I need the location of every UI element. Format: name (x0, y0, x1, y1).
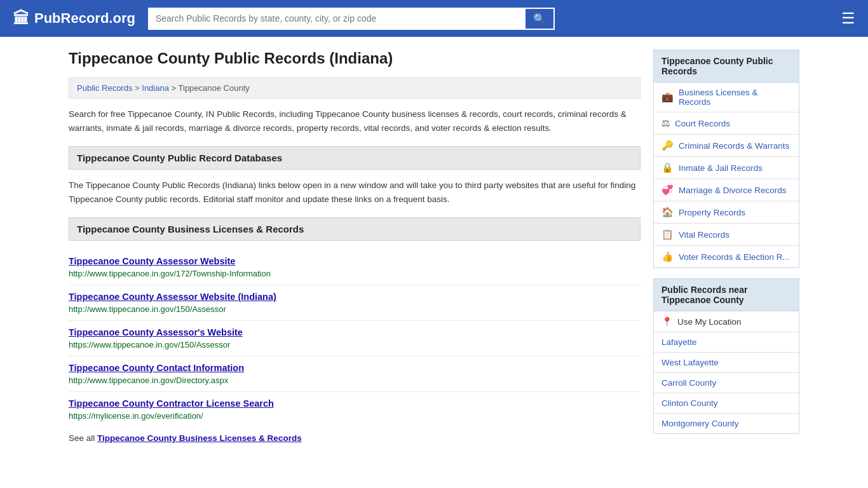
nearby-item[interactable]: Carroll County (654, 373, 799, 393)
sidebar-record-label: Business Licenses & Records (679, 88, 791, 107)
sidebar-record-item[interactable]: 📋 Vital Records (654, 224, 799, 246)
sidebar-record-item[interactable]: ⚖ Court Records (654, 112, 799, 135)
location-icon: 📍 (661, 316, 672, 327)
search-button[interactable]: 🔍 (524, 8, 555, 30)
search-bar: 🔍 (148, 8, 555, 30)
sidebar-record-label: Marriage & Divorce Records (679, 186, 787, 195)
business-section-header: Tippecanoe County Business Licenses & Re… (69, 217, 641, 241)
nearby-location-label: Use My Location (677, 317, 742, 327)
see-all-text: See all Tippecanoe County Business Licen… (69, 433, 641, 443)
logo-text: PubRecord.org (34, 10, 135, 27)
sidebar-record-icon: 👍 (661, 251, 674, 262)
nearby-item-label: Carroll County (661, 378, 716, 388)
sidebar-record-label: Inmate & Jail Records (679, 163, 763, 173)
breadcrumb-county: Tippecanoe County (179, 83, 250, 93)
record-url: http://www.tippecanoe.in.gov/Directory.a… (69, 376, 228, 385)
breadcrumb-sep2: > (172, 83, 179, 93)
page-title: Tippecanoe County Public Records (Indian… (69, 50, 641, 67)
search-icon: 🔍 (533, 13, 546, 24)
record-entry: Tippecanoe County Contact Information ht… (69, 356, 641, 392)
sidebar-records-title: Tippecanoe County Public Records (653, 50, 799, 83)
sidebar-records-list: 💼 Business Licenses & Records⚖ Court Rec… (653, 83, 799, 268)
record-link[interactable]: Tippecanoe County Assessor's Website (69, 327, 641, 337)
record-link[interactable]: Tippecanoe County Assessor Website (Indi… (69, 292, 641, 302)
breadcrumb-sep1: > (135, 83, 142, 93)
sidebar-record-icon: 💼 (661, 92, 674, 103)
sidebar-record-label: Court Records (675, 119, 730, 128)
record-link[interactable]: Tippecanoe County Assessor Website (69, 256, 641, 266)
nearby-item-label: Montgomery County (661, 419, 739, 428)
sidebar: Tippecanoe County Public Records 💼 Busin… (653, 50, 799, 443)
sidebar-record-item[interactable]: 👍 Voter Records & Election R... (654, 246, 799, 268)
sidebar-record-item[interactable]: 💼 Business Licenses & Records (654, 83, 799, 112)
nearby-item[interactable]: West Lafayette (654, 353, 799, 373)
nearby-use-location[interactable]: 📍 Use My Location (654, 311, 799, 332)
nearby-item-label: West Lafayette (661, 358, 719, 367)
intro-text: Search for free Tippecanoe County, IN Pu… (69, 107, 641, 135)
sidebar-record-icon: 💞 (661, 184, 674, 196)
sidebar-record-icon: 📋 (661, 229, 674, 240)
sidebar-record-item[interactable]: 🏠 Property Records (654, 201, 799, 224)
record-url: https://www.tippecanoe.in.gov/150/Assess… (69, 340, 230, 349)
menu-button[interactable]: ☰ (841, 10, 855, 27)
nearby-item[interactable]: Lafayette (654, 332, 799, 353)
sidebar-record-label: Property Records (679, 208, 745, 217)
breadcrumb: Public Records > Indiana > Tippecanoe Co… (69, 78, 641, 98)
breadcrumb-indiana[interactable]: Indiana (142, 83, 169, 93)
databases-section-header: Tippecanoe County Public Record Database… (69, 146, 641, 170)
see-all-link[interactable]: Tippecanoe County Business Licenses & Re… (97, 433, 302, 443)
records-list: Tippecanoe County Assessor Website http:… (69, 250, 641, 427)
record-url: http://www.tippecanoe.in.gov/150/Assesso… (69, 304, 226, 314)
main-content: Tippecanoe County Public Records (Indian… (69, 50, 641, 443)
sidebar-record-label: Vital Records (679, 230, 729, 240)
breadcrumb-public-records[interactable]: Public Records (77, 83, 132, 93)
sidebar-record-item[interactable]: 🔒 Inmate & Jail Records (654, 157, 799, 179)
record-link[interactable]: Tippecanoe County Contractor License Sea… (69, 398, 641, 409)
sidebar-record-icon: 🔑 (661, 140, 674, 151)
record-url: https://mylicense.in.gov/everification/ (69, 411, 203, 421)
nearby-item-label: Clinton County (661, 398, 718, 408)
logo-icon: 🏛 (13, 9, 29, 29)
sidebar-nearby-title: Public Records near Tippecanoe County (653, 278, 799, 311)
sidebar-record-item[interactable]: 🔑 Criminal Records & Warrants (654, 135, 799, 157)
record-entry: Tippecanoe County Assessor's Website htt… (69, 321, 641, 356)
nearby-item[interactable]: Clinton County (654, 393, 799, 414)
record-entry: Tippecanoe County Assessor Website (Indi… (69, 285, 641, 321)
sidebar-record-label: Voter Records & Election R... (679, 252, 790, 262)
sidebar-nearby-list: 📍 Use My LocationLafayetteWest Lafayette… (653, 311, 799, 434)
nearby-item-label: Lafayette (661, 337, 697, 347)
sidebar-record-icon: 🏠 (661, 207, 674, 218)
sidebar-record-label: Criminal Records & Warrants (679, 141, 789, 151)
logo[interactable]: 🏛 PubRecord.org (13, 9, 135, 29)
record-entry: Tippecanoe County Contractor License Sea… (69, 392, 641, 427)
sidebar-record-icon: ⚖ (661, 118, 670, 129)
record-link[interactable]: Tippecanoe County Contact Information (69, 363, 641, 373)
nearby-item[interactable]: Montgomery County (654, 414, 799, 433)
record-entry: Tippecanoe County Assessor Website http:… (69, 250, 641, 285)
search-input[interactable] (148, 8, 524, 30)
header: 🏛 PubRecord.org 🔍 ☰ (0, 0, 868, 37)
content-wrapper: Tippecanoe County Public Records (Indian… (59, 37, 809, 456)
databases-description: The Tippecanoe County Public Records (In… (69, 179, 641, 206)
sidebar-record-item[interactable]: 💞 Marriage & Divorce Records (654, 179, 799, 201)
record-url: http://www.tippecanoe.in.gov/172/Townshi… (69, 269, 271, 278)
sidebar-record-icon: 🔒 (661, 162, 674, 173)
